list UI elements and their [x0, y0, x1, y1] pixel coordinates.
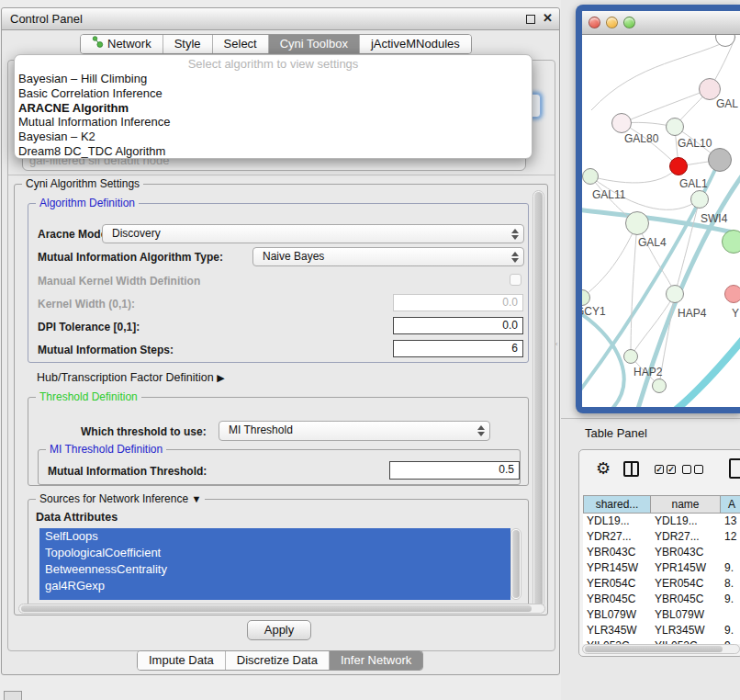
algorithm-option[interactable]: Mutual Information Inference: [15, 115, 532, 130]
cell: 8.: [721, 576, 740, 592]
network-node-gal11[interactable]: [582, 168, 599, 185]
network-node-gal10[interactable]: [666, 118, 684, 136]
settings-vertical-scrollbar[interactable]: [533, 190, 544, 609]
list-item[interactable]: TopologicalCoefficient: [39, 545, 510, 561]
zoom-traffic-light[interactable]: [623, 17, 635, 28]
which-threshold-label: Which threshold to use:: [81, 425, 207, 438]
export-table-icon[interactable]: [729, 458, 740, 479]
table-row[interactable]: YER054C YER054C 8.: [583, 576, 740, 592]
minimize-traffic-light[interactable]: [606, 17, 618, 28]
sources-group: Sources for Network Inference ▼ Data Att…: [28, 499, 529, 606]
table-row[interactable]: YDL19... YDL19... 13: [583, 514, 740, 529]
cell: YBL079W: [651, 607, 721, 623]
mi-steps-label: Mutual Information Steps:: [38, 344, 174, 356]
cell: YER054C: [651, 576, 721, 592]
table-row[interactable]: YDR27... YDR27... 12: [583, 529, 740, 545]
kernel-width-field[interactable]: 0.0: [393, 294, 523, 311]
float-icon[interactable]: [526, 15, 535, 24]
table-row[interactable]: YBR045C YBR045C 9.: [583, 592, 740, 607]
spinner-icon: [511, 252, 519, 263]
table-row[interactable]: YPR145W YPR145W 9.: [583, 560, 740, 576]
table-row[interactable]: YBL079W YBL079W: [583, 607, 740, 623]
tab-jactivemnodules[interactable]: jActiveMNodules: [359, 35, 471, 53]
aracne-mode-combobox[interactable]: Discovery: [102, 224, 524, 243]
hub-definition-expander[interactable]: Hub/Transcription Factor Definition ▶: [37, 371, 225, 384]
list-item[interactable]: gal4RGexp: [39, 578, 510, 594]
control-panel-window: Control Panel ✕ Network Style Select Cyn…: [1, 7, 560, 675]
gear-icon[interactable]: ⚙: [596, 458, 611, 479]
dpi-tolerance-field[interactable]: 0.0: [393, 317, 523, 334]
column-header-name[interactable]: name: [651, 495, 721, 514]
algorithm-option[interactable]: Bayesian – K2: [15, 130, 532, 144]
tab-label: Network: [107, 35, 151, 53]
list-vertical-scrollbar[interactable]: [510, 528, 521, 600]
network-node-gal80[interactable]: [611, 113, 632, 133]
tab-discretize-data[interactable]: Discretize Data: [225, 651, 329, 670]
network-node-hap2[interactable]: [623, 349, 638, 364]
aracne-mode-label: Aracne Mode:: [38, 228, 110, 241]
column-header-partial[interactable]: A: [721, 495, 740, 514]
network-node[interactable]: [722, 230, 740, 254]
network-node-hap4[interactable]: [666, 285, 684, 303]
node-label: GAL1: [679, 177, 708, 190]
mi-type-combobox[interactable]: Naive Bayes: [252, 247, 524, 266]
tab-cyni-toolbox[interactable]: Cyni Toolbox: [268, 35, 359, 53]
network-canvas[interactable]: GAL GAL80 GAL10 GAL1 GAL11 SWI4 GAL4 GCY…: [582, 35, 740, 407]
manual-kernel-checkbox[interactable]: [510, 274, 521, 286]
list-item[interactable]: SelfLoops: [39, 528, 510, 545]
table-row[interactable]: YBR043C YBR043C: [583, 545, 740, 560]
algorithm-option[interactable]: Dream8 DC_TDC Algorithm: [15, 144, 532, 159]
network-node-selected-red[interactable]: [669, 157, 688, 175]
algorithm-option-selected[interactable]: ARACNE Algorithm: [15, 101, 532, 116]
network-icon: [92, 35, 104, 53]
cell: YBR045C: [651, 592, 721, 607]
list-item[interactable]: BetweennessCentrality: [39, 561, 510, 578]
tab-network[interactable]: Network: [81, 35, 163, 53]
algorithm-option[interactable]: Basic Correlation Inference: [15, 86, 532, 101]
tab-style[interactable]: Style: [163, 35, 212, 53]
network-node-swi4[interactable]: [690, 190, 709, 209]
control-panel-titlebar: Control Panel ✕: [2, 8, 559, 30]
tab-impute-data[interactable]: Impute Data: [138, 651, 225, 670]
select-all-columns-icon[interactable]: ✓ ✓: [655, 465, 676, 474]
mi-threshold-field[interactable]: 0.5: [389, 461, 520, 480]
algorithm-definition-title: Algorithm Definition: [36, 197, 139, 209]
table-horizontal-scrollbar[interactable]: [582, 644, 740, 654]
sources-title[interactable]: Sources for Network Inference ▼: [36, 492, 205, 505]
cell: 9.: [721, 623, 740, 638]
cyni-algorithm-settings-title: Cyni Algorithm Settings: [22, 177, 143, 190]
which-threshold-combobox[interactable]: MI Threshold: [219, 421, 490, 441]
cyni-algorithm-settings-group: Cyni Algorithm Settings Algorithm Defini…: [14, 184, 548, 615]
minimized-panel-icon[interactable]: [4, 691, 22, 700]
deselect-all-columns-icon[interactable]: [682, 465, 703, 474]
algorithm-option[interactable]: Bayesian – Hill Climbing: [15, 72, 532, 86]
columns-icon[interactable]: [623, 461, 639, 477]
close-traffic-light[interactable]: [589, 17, 600, 28]
close-icon[interactable]: ✕: [543, 11, 553, 25]
kernel-width-label: Kernel Width (0,1):: [38, 298, 135, 310]
tab-infer-network[interactable]: Infer Network: [329, 651, 422, 670]
splitter-handle[interactable]: ‹: [555, 341, 559, 345]
network-node-gray[interactable]: [708, 148, 732, 172]
network-node-gal4[interactable]: [625, 211, 649, 235]
cell: YBR043C: [651, 545, 721, 560]
algorithm-definition-group: Algorithm Definition Aracne Mode: Discov…: [28, 203, 529, 363]
table-row[interactable]: YLR345W YLR345W 9.: [583, 623, 740, 638]
table-header: shared... name A: [583, 495, 740, 514]
manual-kernel-label: Manual Kernel Width Definition: [38, 275, 200, 288]
network-window-titlebar[interactable]: [582, 11, 740, 35]
spinner-icon: [477, 425, 485, 436]
settings-horizontal-scrollbar[interactable]: [18, 604, 545, 614]
apply-button[interactable]: Apply: [247, 620, 311, 640]
column-header-shared-name[interactable]: shared...: [583, 495, 651, 514]
network-node[interactable]: [652, 378, 667, 393]
control-panel-title: Control Panel: [10, 12, 83, 26]
cell: [721, 607, 740, 623]
cell: YDR27...: [583, 529, 651, 545]
cell: YPR145W: [583, 560, 651, 576]
mi-steps-field[interactable]: 6: [393, 340, 523, 357]
dpi-tolerance-label: DPI Tolerance [0,1]:: [38, 321, 140, 333]
network-node[interactable]: [724, 285, 740, 303]
which-threshold-value: MI Threshold: [229, 423, 293, 436]
tab-select[interactable]: Select: [212, 35, 268, 53]
